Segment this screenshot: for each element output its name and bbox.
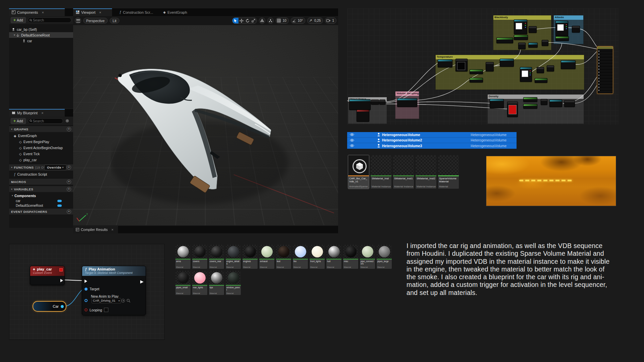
asset-tile[interactable]: SparseVolumeMaterial Material [438,155,459,189]
material-node[interactable] [470,78,483,82]
expand-arrow-icon[interactable]: ▾ [14,34,15,37]
material-tile[interactable]: window_panel Material [226,271,241,295]
angle-snap-control[interactable]: 10° [291,17,305,24]
material-node[interactable] [490,99,504,108]
macros-section-header[interactable]: MACROS + [9,178,73,185]
move-tool-button[interactable] [238,18,245,23]
asset-tile[interactable]: SMaterial_Inst1 Material Instance [393,155,414,189]
add-graph-icon[interactable]: + [67,127,71,131]
material-node[interactable] [549,100,562,107]
car-variable-node[interactable]: Car [33,301,66,312]
blueprint-graph-row[interactable]: ◇ play_car [9,157,73,163]
material-tile[interactable]: pipes_small Material [175,271,191,295]
my-blueprint-search[interactable] [28,118,63,124]
visibility-eye-icon[interactable] [350,133,354,136]
blueprint-graph-row[interactable]: ◈ EventGraph [9,133,73,139]
exec-out-pin[interactable] [60,279,63,282]
add-component-button[interactable]: +Add [11,17,26,23]
scale-tool-button[interactable] [251,18,257,23]
material-node[interactable] [514,19,527,34]
override-dropdown[interactable]: Override ▾ [44,165,66,170]
anim-select-dropdown[interactable]: CAR_Driving_01 ▾ [92,298,121,303]
material-node[interactable] [523,97,537,102]
custom-event-node[interactable]: ◈play_car Custom Event [30,266,65,285]
material-tile[interactable]: covers Material [192,245,207,269]
material-node[interactable] [397,98,417,107]
material-output-node[interactable] [597,46,613,94]
add-dispatcher-icon[interactable]: + [67,209,71,214]
variable-row[interactable]: car [9,198,73,203]
tree-row-scene-root[interactable]: ▾ DefaultSceneRoot [9,32,73,38]
material-node[interactable] [496,38,513,43]
viewport-menu-button[interactable] [75,17,81,24]
gear-icon[interactable] [65,119,69,123]
material-node[interactable] [514,35,528,40]
material-tile[interactable]: misc Material [343,245,358,269]
material-node[interactable] [528,43,538,48]
tree-row-car[interactable]: car [9,38,73,44]
material-tile[interactable]: tips Material [209,271,224,295]
material-node[interactable] [523,104,537,109]
material-tile[interactable]: exhaust Material [259,245,274,269]
material-tile[interactable]: engine_details Material [226,245,241,269]
variable-out-pin[interactable] [61,305,64,308]
variable-type-pill[interactable] [57,200,62,202]
tab-eventgraph[interactable]: ◈ EventGraph [160,8,190,16]
material-tile[interactable]: engines Material [243,245,258,269]
material-node[interactable] [555,21,568,36]
material-node[interactable] [537,67,544,73]
material-node[interactable] [572,26,580,33]
grid-snap-control[interactable]: 10 [276,17,289,24]
material-node-graph[interactable]: Blackbody Albedo Temperature Object Spac… [347,8,619,125]
material-tile[interactable]: front_lights Material [310,245,325,269]
components-search[interactable] [28,17,71,23]
close-icon[interactable]: × [111,228,113,232]
material-tile[interactable]: feet Material [276,245,291,269]
material-node[interactable] [349,99,371,110]
looping-pin[interactable] [85,308,88,311]
close-icon[interactable]: × [42,10,44,14]
tree-row-root[interactable]: car_bp (Self) [9,26,73,32]
material-tile[interactable]: hull Material [326,245,341,269]
variable-type-pill[interactable] [57,204,62,207]
tab-components[interactable]: Components × [9,8,65,16]
material-node[interactable] [486,62,494,71]
looping-checkbox[interactable] [104,308,108,312]
material-node[interactable] [438,59,452,67]
material-node[interactable] [357,110,369,122]
scale-snap-control[interactable]: ↗ 0,25 [307,17,323,24]
event-dispatchers-header[interactable]: EVENT DISPATCHERS + [9,208,73,215]
my-blueprint-search-input[interactable] [32,119,61,123]
vertex-snap-button[interactable] [267,17,274,24]
select-tool-button[interactable] [232,18,238,23]
tab-construction-script[interactable]: ƒ Construction Scr... [117,8,156,16]
material-node[interactable] [541,99,547,105]
exec-out-pin[interactable] [140,280,144,284]
perspective-button[interactable]: Perspective [83,18,108,23]
material-node[interactable] [535,78,547,83]
close-icon[interactable]: × [99,10,101,14]
blueprint-event-graph[interactable]: ◈play_car Custom Event ƒPlay Animation T… [9,244,165,340]
construction-script-row[interactable]: ƒ Construction Script [9,171,73,177]
tab-viewport[interactable]: Viewport × [73,8,112,16]
material-tile[interactable]: rear_lights Material [192,271,207,295]
asset-tile[interactable]: SMaterial_Inst2 Material Instance [416,155,436,189]
add-blueprint-item-button[interactable]: +Add [11,118,26,124]
material-node[interactable] [371,100,379,105]
material-node[interactable] [547,65,554,71]
tab-my-blueprint[interactable]: My Blueprint × [9,109,65,117]
asset-tile[interactable]: SMaterial_Inst Material Instance [371,155,391,189]
anim-pin[interactable] [85,299,88,302]
material-node[interactable] [470,69,483,74]
material-node[interactable] [455,59,468,71]
material-node[interactable] [518,43,526,49]
asset-picker-icons[interactable] [121,299,131,303]
visibility-eye-icon[interactable] [350,144,354,147]
close-icon[interactable]: × [41,111,43,115]
material-tile[interactable]: pipe_connectors Material [360,245,375,269]
material-node[interactable] [564,100,575,107]
material-node[interactable] [555,36,569,41]
material-node[interactable] [500,59,514,67]
variable-row[interactable]: DefaultSceneRoot [9,203,73,208]
lit-button[interactable]: Lit [110,18,119,23]
